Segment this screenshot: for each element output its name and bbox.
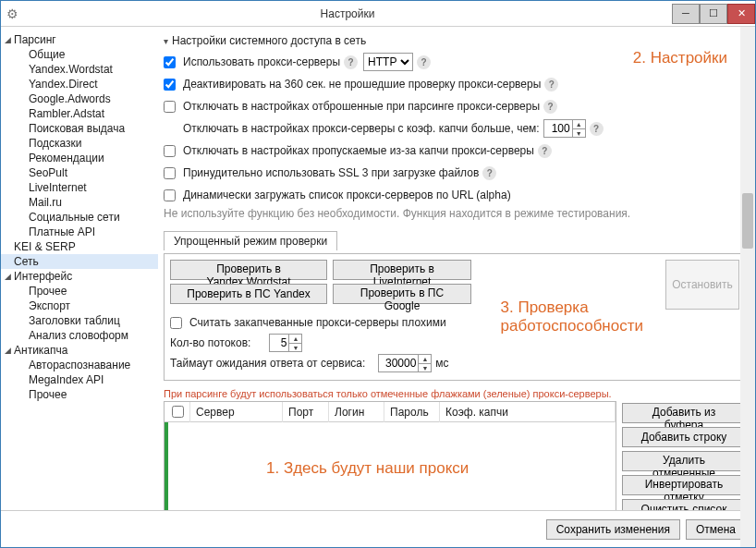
tree-item[interactable]: Социальные сети [1, 210, 158, 225]
tree-item[interactable]: Yandex.Wordstat [1, 62, 158, 77]
tree-item[interactable]: Анализ словоформ [1, 328, 158, 343]
check-yandex-wordstat-button[interactable]: Проверить в Yandex.Wordstat [170, 260, 327, 280]
chevron-down-icon: ▾ [164, 36, 168, 46]
check-liveinternet-button[interactable]: Проверить в LiveInternet [333, 260, 471, 280]
section-title: Настройки системного доступа в сеть [172, 34, 366, 47]
table-action-button[interactable]: Добавить из буфера [622, 403, 746, 423]
sidebar-tree: ◢ПарсингОбщиеYandex.WordstatYandex.Direc… [1, 27, 158, 510]
col-captcha-coef[interactable]: Коэф. капчи [440, 402, 616, 422]
help-icon[interactable]: ? [538, 144, 552, 158]
col-password[interactable]: Пароль [384, 402, 440, 422]
table-action-button[interactable]: Добавить строку [622, 427, 746, 447]
tree-item[interactable]: KEI & SERP [1, 239, 158, 254]
tree-item[interactable]: SeoPult [1, 165, 158, 180]
titlebar: ⚙ Настройки ─ ☐ ✕ [1, 1, 755, 27]
threads-input[interactable] [270, 335, 288, 351]
threads-label: Кол-во потоков: [170, 336, 250, 349]
captcha-coef-stepper[interactable]: ▲▼ [543, 119, 586, 138]
table-header: Сервер Порт Логин Пароль Коэф. капчи [165, 402, 616, 422]
chevron-down-icon: ◢ [5, 346, 14, 355]
tree-item[interactable]: Рекомендации [1, 151, 158, 165]
tree-item[interactable]: Заголовки таблиц [1, 313, 158, 328]
maximize-button[interactable]: ☐ [700, 4, 727, 24]
tree-item[interactable]: Платные API [1, 225, 158, 239]
table-side-buttons: Добавить из буфераДобавить строкуУдалить… [616, 401, 746, 510]
tree-item[interactable]: Mail.ru [1, 195, 158, 210]
use-proxy-checkbox[interactable] [164, 56, 176, 68]
dynamic-url-note: Не используйте функцию без необходимости… [164, 207, 630, 220]
timeout-stepper[interactable]: ▲▼ [378, 354, 432, 372]
check-ps-yandex-button[interactable]: Проверить в ПС Yandex [170, 284, 327, 304]
help-icon[interactable]: ? [590, 122, 604, 136]
timeout-input[interactable] [379, 355, 418, 371]
tree-item[interactable]: Автораспознавание [1, 358, 158, 372]
check-panel: 3. Проверка работоспособности Проверить … [164, 253, 746, 381]
tree-item[interactable]: Поисковая выдача [1, 121, 158, 136]
count-captcha-bad-label: Считать закапчеванные прокси-серверы пло… [189, 316, 446, 329]
gear-icon: ⚙ [1, 6, 23, 21]
help-icon[interactable]: ? [482, 166, 496, 180]
help-icon[interactable]: ? [344, 55, 358, 69]
tab-simple-check[interactable]: Упрощенный режим проверки [164, 231, 337, 250]
dynamic-url-label: Динамически загружать список прокси-серв… [183, 189, 511, 201]
tree-item[interactable]: Сеть [1, 254, 158, 269]
tree-item[interactable]: Прочее [1, 387, 158, 402]
annotation-1: 1. Здесь будут наши прокси [266, 459, 469, 478]
select-all-checkbox[interactable] [172, 406, 184, 418]
close-button[interactable]: ✕ [727, 4, 755, 24]
force-ssl3-label: Принудительно использовать SSL 3 при заг… [183, 166, 479, 179]
window-scrollbar[interactable] [740, 27, 755, 547]
timeout-unit: мс [435, 357, 448, 370]
tree-item[interactable]: Экспорт [1, 298, 158, 313]
tree-group[interactable]: ◢Антикапча [1, 343, 158, 358]
save-button[interactable]: Сохранить изменения [546, 519, 680, 540]
tree-item[interactable]: Общие [1, 47, 158, 62]
table-action-button[interactable]: Удалить отмеченные [622, 451, 746, 471]
section-header[interactable]: ▾ Настройки системного доступа в сеть [164, 34, 746, 47]
force-ssl3-checkbox[interactable] [164, 167, 176, 179]
tree-item[interactable]: MegaIndex API [1, 372, 158, 387]
dialog-footer: Сохранить изменения Отмена [1, 510, 755, 547]
cancel-button[interactable]: Отмена [686, 519, 746, 540]
deactivate360-checkbox[interactable] [164, 79, 176, 91]
use-proxy-label: Использовать прокси-серверы [183, 55, 340, 68]
chevron-down-icon: ◢ [5, 35, 14, 44]
stop-button[interactable]: Остановить [665, 260, 739, 310]
proxy-table[interactable]: Сервер Порт Логин Пароль Коэф. капчи 1. … [164, 401, 616, 510]
disable-captcha-coef-label: Отключать в настройках прокси-серверы с … [183, 122, 540, 135]
tree-item[interactable]: Подсказки [1, 136, 158, 151]
scroll-thumb[interactable] [742, 193, 753, 249]
tree-item[interactable]: Rambler.Adstat [1, 106, 158, 121]
help-icon[interactable]: ? [544, 78, 558, 91]
disable-rejected-checkbox[interactable] [164, 101, 176, 113]
tree-group[interactable]: ◢Интерфейс [1, 269, 158, 284]
threads-stepper[interactable]: ▲▼ [269, 334, 302, 352]
table-action-button[interactable]: Инвертировать отметку [622, 475, 746, 495]
tree-item[interactable]: LiveInternet [1, 180, 158, 195]
col-port[interactable]: Порт [283, 402, 329, 422]
dynamic-url-checkbox[interactable] [164, 189, 176, 201]
count-captcha-bad-checkbox[interactable] [170, 317, 182, 329]
disable-skipped-label: Отключать в настройках пропускаемые из-з… [183, 144, 534, 157]
content-pane: 2. Настройки ▾ Настройки системного дост… [158, 27, 755, 510]
help-icon[interactable]: ? [543, 100, 557, 114]
check-ps-google-button[interactable]: Проверить в ПС Google [333, 284, 471, 304]
minimize-button[interactable]: ─ [672, 4, 700, 24]
tree-item[interactable]: Yandex.Direct [1, 77, 158, 91]
help-icon[interactable]: ? [417, 55, 431, 69]
disable-rejected-label: Отключать в настройках отброшенные при п… [183, 100, 540, 113]
captcha-coef-input[interactable] [544, 120, 572, 137]
settings-window: ⚙ Настройки ─ ☐ ✕ ◢ПарсингОбщиеYandex.Wo… [0, 0, 756, 548]
chevron-down-icon: ◢ [5, 272, 14, 281]
disable-skipped-checkbox[interactable] [164, 145, 176, 157]
table-body[interactable]: 1. Здесь будут наши прокси [165, 422, 616, 510]
timeout-label: Таймаут ожидания ответа от сервиса: [170, 357, 365, 370]
table-warning: При парсинге будут использоваться только… [164, 388, 746, 399]
tree-item[interactable]: Прочее [1, 284, 158, 298]
col-login[interactable]: Логин [329, 402, 384, 422]
protocol-select[interactable]: HTTP [363, 53, 413, 71]
tree-group[interactable]: ◢Парсинг [1, 32, 158, 47]
col-server[interactable]: Сервер [190, 402, 283, 422]
table-action-button[interactable]: Очистить список [622, 499, 746, 510]
tree-item[interactable]: Google.Adwords [1, 91, 158, 106]
